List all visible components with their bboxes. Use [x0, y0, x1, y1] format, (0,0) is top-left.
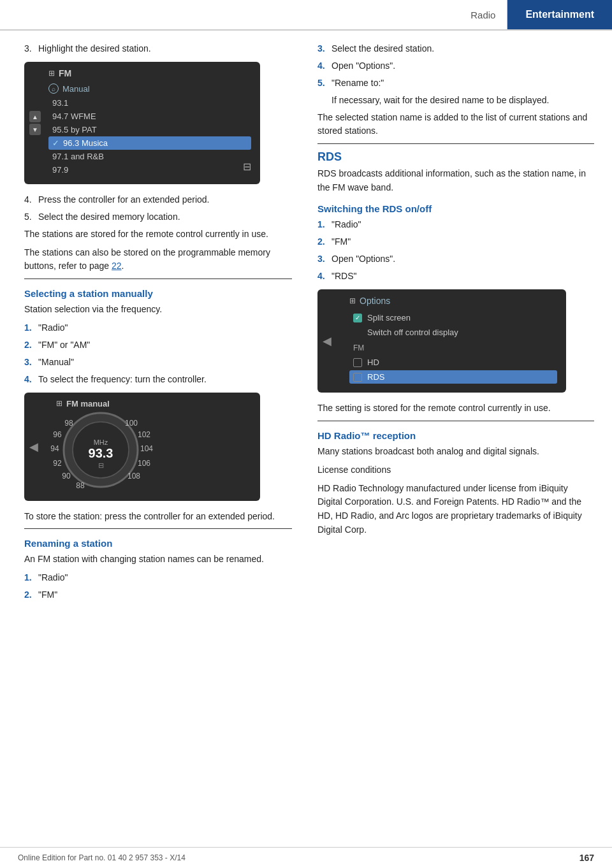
svg-text:102: 102: [138, 430, 150, 439]
header-radio-label: Radio: [459, 0, 507, 29]
fm-station-931[interactable]: 93.1: [48, 96, 251, 110]
dial-nav-left-icon[interactable]: ◀: [29, 440, 38, 454]
fm-station-pat-label: 95.5 by PAT: [52, 125, 97, 134]
rds-label: RDS: [367, 372, 384, 382]
fm-station-pat[interactable]: 95.5 by PAT: [48, 123, 251, 136]
fm-screen-bookmark-icon: ⊟: [243, 161, 251, 173]
rds-checkbox[interactable]: [353, 373, 362, 382]
renaming-intro: An FM station with changing station name…: [24, 553, 292, 567]
fm-header-bar: ⊞ FM: [48, 68, 251, 78]
fm-station-musica[interactable]: ✓ 96.3 Musica: [48, 136, 251, 150]
fm-manual-row: ⌕ Manual: [48, 83, 251, 94]
left-column: 3. Highlight the desired station. ▲ ▼ ⊞ …: [0, 42, 306, 605]
step-5-text: Select the desired memory location.: [38, 210, 180, 224]
sel-step-4: 4. To select the frequency: turn the con…: [24, 373, 292, 386]
sel-num-3: 3.: [24, 356, 38, 369]
fm-manual-dial-screen: ◀ ⊞ FM manual MHz 93.3 ⊟ 98 96 94 92 90: [24, 393, 260, 501]
para-stations-stored: The stations are stored for the remote c…: [24, 228, 292, 242]
sw-step-1-text: "Radio": [332, 218, 361, 231]
sw-step-1: 1. "Radio": [317, 218, 594, 231]
entertainment-text: Entertainment: [525, 9, 594, 20]
sel-num-4: 4.: [24, 373, 38, 386]
svg-text:88: 88: [76, 481, 85, 490]
divider-1: [24, 278, 292, 279]
section-switching-rds: Switching the RDS on/off: [317, 203, 594, 214]
options-rds[interactable]: RDS: [349, 370, 557, 384]
step-3-text: Highlight the desired station.: [38, 42, 151, 55]
fm-station-979[interactable]: 97.9: [48, 163, 251, 177]
fm-station-931-label: 93.1: [52, 98, 68, 108]
step-num-4: 4.: [24, 193, 38, 206]
step-num-5: 5.: [24, 210, 38, 224]
ren-step-2-text: "FM": [38, 588, 57, 602]
sw-num-4: 4.: [317, 270, 332, 283]
page-footer: Online Edition for Part no. 01 40 2 957 …: [0, 847, 612, 868]
header-entertainment-label: Entertainment: [507, 0, 612, 29]
options-split-screen[interactable]: ✓ Split screen: [349, 311, 557, 324]
section-selecting-manually: Selecting a station manually: [24, 288, 292, 299]
fm-station-rnb[interactable]: 97.1 and R&B: [48, 150, 251, 163]
ren-para1: If necessary, wait for the desired name …: [317, 94, 594, 108]
sw-step-3: 3. Open "Options".: [317, 252, 594, 266]
sel-step-1-text: "Radio": [38, 321, 68, 335]
svg-text:94: 94: [50, 444, 59, 453]
fm-signal-icon: ⊞: [48, 69, 55, 78]
svg-text:90: 90: [62, 472, 71, 481]
split-screen-checkbox[interactable]: ✓: [353, 314, 362, 322]
section-hd-radio: HD Radio™ reception: [317, 430, 594, 441]
ren-step-5-text: "Rename to:": [332, 76, 384, 90]
sw-step-3-text: Open "Options".: [332, 252, 395, 266]
fm-section-label: FM: [353, 344, 364, 352]
section-rds: RDS: [317, 150, 594, 164]
options-title: Options: [360, 296, 390, 306]
options-switch-off-control[interactable]: Switch off control display: [349, 326, 557, 339]
ren-num-3: 3.: [317, 42, 332, 55]
fm-station-list: 93.1 94.7 WFME 95.5 by PAT ✓ 96.3 Musica…: [48, 96, 251, 177]
selected-check-icon: ✓: [52, 138, 59, 148]
options-hd[interactable]: HD: [349, 356, 557, 369]
svg-text:93.3: 93.3: [89, 446, 113, 460]
sel-step-3: 3. "Manual": [24, 356, 292, 369]
nav-arrows: ▲ ▼: [29, 111, 41, 135]
ren-num-2: 2.: [24, 588, 38, 602]
para-programmable-buttons: The stations can also be stored on the p…: [24, 246, 292, 273]
sw-num-3: 3.: [317, 252, 332, 266]
step-3-highlight: 3. Highlight the desired station.: [24, 42, 292, 55]
divider-2: [24, 528, 292, 529]
frequency-dial-svg: MHz 93.3 ⊟ 98 96 94 92 90 88 100 102 104…: [50, 405, 228, 495]
fm-station-wfme[interactable]: 94.7 WFME: [48, 110, 251, 123]
switch-off-label: Switch off control display: [367, 328, 458, 337]
svg-text:100: 100: [125, 419, 138, 428]
svg-text:96: 96: [53, 430, 62, 439]
step-4-text: Press the controller for an extended per…: [38, 193, 210, 206]
fm-station-wfme-label: 94.7 WFME: [52, 112, 96, 121]
sel-num-1: 1.: [24, 321, 38, 335]
sel-step-4-text: To select the frequency: turn the contro…: [38, 373, 207, 386]
nav-down-arrow[interactable]: ▼: [29, 124, 41, 135]
fm-title: FM: [59, 68, 71, 78]
sel-step-1: 1. "Radio": [24, 321, 292, 335]
options-nav-left-icon[interactable]: ◀: [323, 334, 332, 348]
sw-num-2: 2.: [317, 235, 332, 249]
options-screen: ◀ ⊞ Options ✓ Split screen Switch off co…: [317, 289, 566, 393]
ren-step-4: 4. Open "Options".: [317, 59, 594, 73]
ren-step-5: 5. "Rename to:": [317, 76, 594, 90]
ren-step-3: 3. Select the desired station.: [317, 42, 594, 55]
ren-num-1: 1.: [24, 571, 38, 584]
fm-station-rnb-label: 97.1 and R&B: [52, 152, 104, 161]
store-station-para: To store the station: press the controll…: [24, 510, 292, 524]
page-22-link[interactable]: 22: [112, 261, 122, 271]
svg-text:98: 98: [64, 419, 73, 428]
sel-step-3-text: "Manual": [38, 356, 74, 369]
nav-up-arrow[interactable]: ▲: [29, 111, 41, 122]
split-screen-label: Split screen: [367, 313, 411, 322]
svg-text:⊟: ⊟: [98, 461, 104, 469]
ren-step-2: 2. "FM": [24, 588, 292, 602]
page-header: Radio Entertainment: [0, 0, 612, 31]
fm-station-979-label: 97.9: [52, 165, 68, 175]
setting-stored-text: The setting is stored for the remote con…: [317, 401, 594, 416]
options-fm-section: FM: [349, 342, 557, 354]
hd-checkbox[interactable]: [353, 358, 362, 367]
options-header: ⊞ Options: [349, 296, 557, 306]
rds-para: RDS broadcasts additional information, s…: [317, 167, 594, 194]
